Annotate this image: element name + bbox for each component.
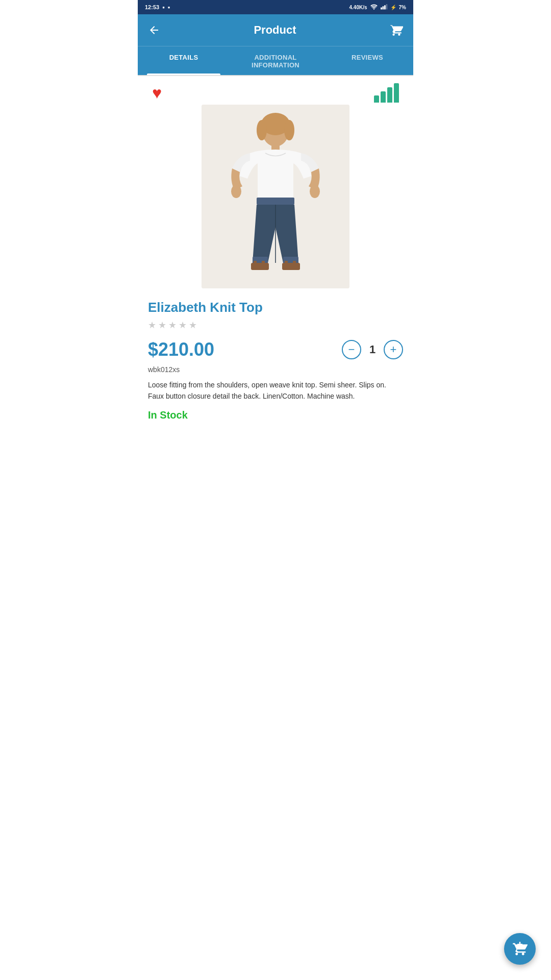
svg-point-7 [257,120,267,140]
status-time: 12:53 [145,4,159,10]
svg-rect-12 [257,198,294,205]
svg-rect-3 [386,4,387,10]
quantity-decrease-button[interactable]: − [342,340,361,359]
star-1: ★ [148,320,156,331]
svg-rect-17 [254,261,257,265]
product-sku: wbk012xs [148,365,403,374]
app-icon-1: ▪ [162,4,165,11]
svg-rect-20 [285,261,288,265]
bar-4 [394,83,399,103]
tab-additional-information[interactable]: ADDITIONAL INFORMATION [230,46,321,75]
wishlist-button[interactable]: ♥ [152,84,162,103]
product-rating: ★ ★ ★ ★ ★ [148,320,403,331]
app-icon-2: ▪ [168,4,170,11]
svg-rect-0 [381,7,382,9]
tab-bar: DETAILS ADDITIONAL INFORMATION REVIEWS [138,46,413,75]
stock-status: In Stock [148,409,403,421]
svg-point-8 [284,120,294,140]
svg-point-11 [310,185,320,198]
svg-rect-2 [384,5,386,9]
svg-rect-21 [293,261,296,265]
chart-icon[interactable] [374,83,399,103]
bar-3 [387,87,392,103]
status-time-area: 12:53 ▪ ▪ [145,4,170,11]
price-row: $210.00 − 1 + [148,339,403,360]
network-speed: 4.40K/s [349,5,367,10]
top-bar: Product [138,14,413,46]
wifi-icon [370,4,378,11]
back-button[interactable] [148,24,160,36]
svg-rect-1 [382,6,384,9]
svg-point-10 [231,185,241,198]
product-detail-content: ♥ [138,76,413,467]
cart-button[interactable] [390,23,403,37]
tab-details[interactable]: DETAILS [138,46,230,75]
signal-icon [381,4,388,11]
svg-rect-18 [262,261,265,265]
bar-2 [381,91,386,103]
status-bar: 12:53 ▪ ▪ 4.40K/s ⚡ 7% [138,0,413,14]
star-4: ★ [179,320,187,331]
product-image [202,105,349,288]
product-price: $210.00 [148,339,214,360]
star-5: ★ [189,320,197,331]
page-title: Product [254,23,296,37]
quantity-control: − 1 + [342,340,403,359]
status-right-area: 4.40K/s ⚡ 7% [349,4,406,11]
product-name: Elizabeth Knit Top [148,300,403,315]
quantity-value: 1 [367,343,378,356]
action-row: ♥ [138,76,413,105]
battery-icon: ⚡ [390,5,396,10]
battery-percent: 7% [399,5,406,10]
quantity-increase-button[interactable]: + [384,340,403,359]
bar-1 [374,95,379,103]
product-info: Elizabeth Knit Top ★ ★ ★ ★ ★ $210.00 − 1… [138,297,413,421]
product-description: Loose fitting from the shoulders, open w… [148,380,403,402]
product-image-container [138,105,413,297]
star-3: ★ [168,320,177,331]
star-2: ★ [158,320,166,331]
tab-reviews[interactable]: REVIEWS [321,46,413,75]
